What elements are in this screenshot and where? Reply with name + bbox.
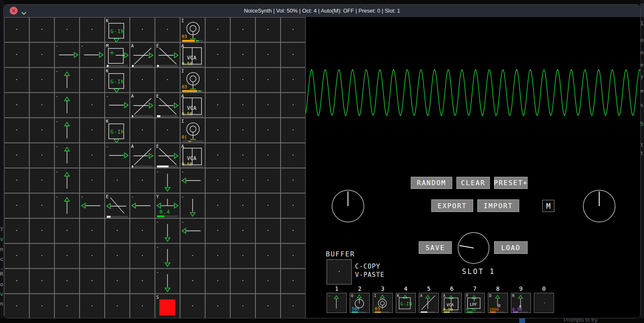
grid-cell[interactable]: AVCA0.50 [180,143,205,168]
grid-cell[interactable] [80,294,105,318]
grid-cell[interactable] [281,17,306,42]
grid-cell[interactable]: I0| [180,118,205,143]
slot-knob[interactable] [457,232,490,264]
grid-cell[interactable] [155,67,180,93]
grid-cell[interactable] [281,143,306,168]
grid-cell[interactable] [4,118,29,143]
buffer-slot[interactable] [327,259,352,284]
grid-cell[interactable]: - [54,118,80,143]
grid-cell[interactable] [255,168,281,193]
grid-cell[interactable]: - [54,193,80,218]
grid-cell[interactable] [281,93,306,118]
grid-cell[interactable] [4,42,29,67]
grid-cell[interactable] [255,17,281,42]
grid-cell[interactable] [230,269,255,294]
grid-cell[interactable] [205,17,230,42]
grid-cell[interactable] [255,67,281,93]
grid-cell[interactable]: - [130,193,155,218]
grid-cell[interactable] [230,118,255,143]
grid-cell[interactable] [130,243,155,269]
grid-cell[interactable] [255,243,281,269]
grid-cell[interactable]: KG-IN [105,67,130,93]
export-button[interactable]: EXPORT [431,199,473,212]
grid-cell[interactable] [4,193,29,218]
grid-cell[interactable] [281,168,306,193]
grid-cell[interactable] [105,168,130,193]
grid-cell[interactable] [80,17,105,42]
grid-cell[interactable] [281,243,306,269]
grid-cell[interactable] [29,143,54,168]
grid-cell[interactable] [105,243,130,269]
grid-cell[interactable]: - [155,269,180,294]
grid-cell[interactable]: E [155,143,180,168]
grid-cell[interactable] [230,218,255,243]
grid-cell[interactable] [205,193,230,218]
grid-cell[interactable] [4,93,29,118]
grid-cell[interactable] [130,17,155,42]
grid-cell[interactable] [230,17,255,42]
grid-cell[interactable] [130,218,155,243]
grid-cell[interactable] [29,67,54,93]
grid-cell[interactable]: E [155,93,180,118]
grid-cell[interactable] [130,294,155,318]
grid-cell[interactable] [155,118,180,143]
grid-cell[interactable] [155,17,180,42]
grid-cell[interactable] [180,243,205,269]
grid-cell[interactable] [205,143,230,168]
grid-cell[interactable] [105,269,130,294]
grid-cell[interactable]: KG-IN [105,118,130,143]
grid-cell[interactable] [230,294,255,318]
palette-item-3[interactable]: I03 [373,293,393,313]
grid-cell[interactable] [29,93,54,118]
grid-cell[interactable] [230,193,255,218]
grid-cell[interactable] [130,269,155,294]
grid-cell[interactable] [29,243,54,269]
grid-cell[interactable] [80,269,105,294]
grid-cell[interactable] [4,218,29,243]
grid-cell[interactable]: - [155,168,180,193]
grid-cell[interactable] [255,269,281,294]
grid-cell[interactable] [205,42,230,67]
grid-cell[interactable] [80,143,105,168]
load-button[interactable]: LOAD [494,241,528,254]
grid-cell[interactable] [180,294,205,318]
grid-cell[interactable]: - [155,243,180,269]
grid-cell[interactable] [230,93,255,118]
grid-cell[interactable] [205,67,230,93]
import-button[interactable]: IMPORT [477,199,519,212]
grid-cell[interactable] [255,218,281,243]
grid-cell[interactable] [29,17,54,42]
grid-cell[interactable] [4,17,29,42]
grid-cell[interactable] [80,168,105,193]
grid-cell[interactable] [29,294,54,318]
random-button[interactable]: RANDOM [411,177,452,189]
grid-cell[interactable] [130,67,155,93]
grid-cell[interactable]: - [105,143,130,168]
grid-cell[interactable] [281,67,306,93]
grid-cell[interactable] [4,67,29,93]
grid-cell[interactable] [255,143,281,168]
grid-cell[interactable] [4,168,29,193]
grid-cell[interactable] [281,118,306,143]
grid-cell[interactable]: A [130,93,155,118]
grid-cell[interactable]: - [80,42,105,67]
grid-cell[interactable] [130,118,155,143]
clear-button[interactable]: CLEAR [456,177,490,189]
grid-cell[interactable] [80,93,105,118]
grid-cell[interactable] [281,294,306,318]
grid-cell[interactable] [105,218,130,243]
grid-cell[interactable] [54,243,80,269]
grid-cell[interactable]: I03 [180,67,205,93]
grid-cell[interactable] [205,118,230,143]
grid-cell[interactable]: - [54,143,80,168]
grid-cell[interactable] [205,168,230,193]
grid-cell[interactable] [255,193,281,218]
preset-button[interactable]: PRESET+ [494,177,528,189]
left-knob[interactable] [331,189,365,223]
grid-cell[interactable] [205,269,230,294]
palette-item-5[interactable]: A [419,293,439,313]
grid-cell[interactable]: - [105,93,130,118]
grid-cell[interactable]: S [155,294,180,318]
grid-cell[interactable] [54,218,80,243]
grid-cell[interactable]: AVCA0.50 [180,93,205,118]
